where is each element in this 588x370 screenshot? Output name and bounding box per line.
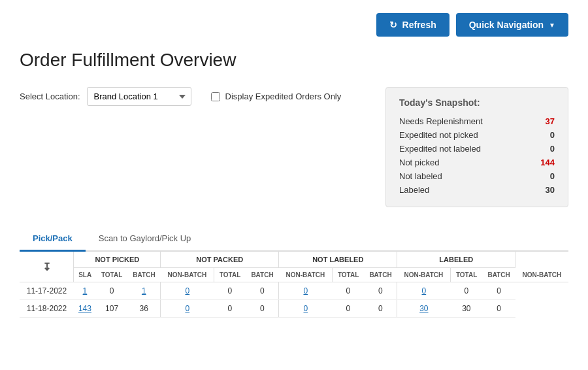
snapshot-row-value: 0 — [535, 144, 555, 154]
snapshot-row-label: Expedited not labeled — [399, 144, 481, 154]
download-icon[interactable]: ↧ — [42, 261, 51, 273]
snapshot-row-label: Not picked — [399, 158, 439, 167]
link-value[interactable]: 0 — [303, 286, 308, 295]
data-cell[interactable]: 1 — [127, 282, 161, 300]
col-nl-nonbatch: NON-BATCH — [397, 268, 451, 282]
data-cell: 0 — [332, 282, 364, 300]
snapshot-row: Expedited not picked0 — [399, 128, 555, 142]
sla-cell: 11-17-2022 — [20, 282, 74, 300]
expedited-checkbox[interactable] — [211, 92, 220, 101]
controls-area: Select Location: Brand Location 1Brand L… — [20, 87, 359, 106]
data-cell[interactable]: 0 — [279, 282, 333, 300]
snapshot-rows: Needs Replenishment37Expedited not picke… — [399, 114, 555, 197]
snapshot-box: Today's Snapshot: Needs Replenishment37E… — [385, 87, 568, 207]
location-label: Select Location: — [20, 92, 80, 101]
snapshot-row-value: 30 — [535, 185, 555, 195]
data-cell: 0 — [450, 282, 482, 300]
col-nl-batch: BATCH — [364, 268, 397, 282]
link-value[interactable]: 0 — [185, 304, 189, 313]
top-bar: ↻ Refresh Quick Navigation ▼ — [20, 13, 568, 37]
controls-snapshot-row: Select Location: Brand Location 1Brand L… — [20, 87, 568, 207]
page-title: Order Fulfillment Overview — [20, 50, 568, 71]
data-cell: 107 — [96, 300, 127, 318]
link-value[interactable]: 0 — [185, 286, 189, 295]
data-cell: 0 — [482, 282, 515, 300]
tab-pick-pack[interactable]: Pick/Pack — [20, 227, 86, 252]
snapshot-row: Expedited not labeled0 — [399, 142, 555, 156]
snapshot-row-value: 0 — [535, 130, 555, 140]
table-row: 11-18-20221431073600000030300 — [20, 300, 568, 318]
snapshot-row-label: Needs Replenishment — [399, 116, 483, 126]
col-nl-total: TOTAL — [332, 268, 364, 282]
data-cell: 0 — [214, 282, 246, 300]
link-value[interactable]: 0 — [422, 286, 427, 295]
snapshot-row-label: Expedited not picked — [399, 130, 478, 140]
col-np-nonbatch: NON-BATCH — [161, 268, 214, 282]
snapshot-row: Not picked144 — [399, 156, 555, 169]
data-cell: 0 — [332, 300, 364, 318]
col-l-nonbatch: NON-BATCH — [515, 268, 568, 282]
sla-cell: 11-18-2022 — [20, 300, 74, 318]
link-value[interactable]: 143 — [78, 304, 91, 313]
data-cell: 0 — [482, 300, 515, 318]
data-cell: 0 — [246, 300, 279, 318]
data-cell: 0 — [364, 282, 397, 300]
snapshot-row: Not labeled0 — [399, 169, 555, 183]
fulfillment-table: ↧ NOT PICKED NOT PACKED NOT LABELED LABE… — [20, 252, 568, 318]
snapshot-row-value: 37 — [535, 116, 555, 126]
snapshot-row: Labeled30 — [399, 183, 555, 197]
snapshot-row-label: Labeled — [399, 185, 429, 195]
data-cell[interactable]: 0 — [279, 300, 333, 318]
expedited-label: Display Expedited Orders Only — [225, 92, 342, 101]
table-row: 11-17-2022101000000000 — [20, 282, 568, 300]
snapshot-row-value: 144 — [535, 158, 555, 167]
refresh-icon: ↻ — [389, 20, 397, 30]
col-npk-batch: BATCH — [246, 268, 279, 282]
tabs-bar: Pick/Pack Scan to Gaylord/Pick Up — [20, 227, 568, 252]
data-cell: 36 — [127, 300, 161, 318]
data-cell[interactable]: 0 — [397, 282, 451, 300]
col-npk-nonbatch: NON-BATCH — [279, 268, 333, 282]
chevron-down-icon: ▼ — [549, 22, 555, 29]
table-body: 11-17-202210100000000011-18-202214310736… — [20, 282, 568, 318]
expedited-group: Display Expedited Orders Only — [211, 92, 342, 101]
link-value[interactable]: 30 — [419, 304, 428, 313]
snapshot-row: Needs Replenishment37 — [399, 114, 555, 128]
col-np-batch: BATCH — [127, 268, 161, 282]
snapshot-row-label: Not labeled — [399, 171, 442, 181]
location-group: Select Location: Brand Location 1Brand L… — [20, 87, 191, 106]
data-cell: 0 — [96, 282, 127, 300]
link-value[interactable]: 1 — [142, 286, 146, 295]
data-cell: 0 — [364, 300, 397, 318]
link-value[interactable]: 0 — [303, 304, 308, 313]
col-l-total: TOTAL — [450, 268, 482, 282]
refresh-label: Refresh — [402, 20, 436, 30]
col-np-total: TOTAL — [96, 268, 127, 282]
not-picked-header: NOT PICKED — [74, 252, 161, 268]
quicknav-button[interactable]: Quick Navigation ▼ — [456, 13, 568, 37]
not-packed-header: NOT PACKED — [161, 252, 279, 268]
quicknav-label: Quick Navigation — [469, 20, 544, 30]
refresh-button[interactable]: ↻ Refresh — [376, 13, 449, 37]
tab-scan-gaylord[interactable]: Scan to Gaylord/Pick Up — [86, 227, 204, 252]
data-cell: 0 — [214, 300, 246, 318]
col-sla: SLA — [74, 268, 96, 282]
not-labeled-header: NOT LABELED — [279, 252, 397, 268]
location-select[interactable]: Brand Location 1Brand Location 2Brand Lo… — [87, 87, 191, 106]
data-cell: 0 — [246, 282, 279, 300]
labeled-header: LABELED — [397, 252, 515, 268]
col-l-batch: BATCH — [482, 268, 515, 282]
data-cell: 30 — [450, 300, 482, 318]
table-wrapper: ↧ NOT PICKED NOT PACKED NOT LABELED LABE… — [20, 252, 568, 318]
data-cell[interactable]: 1 — [74, 282, 96, 300]
snapshot-row-value: 0 — [535, 171, 555, 181]
link-value[interactable]: 1 — [83, 286, 88, 295]
col-npk-total: TOTAL — [214, 268, 246, 282]
data-cell[interactable]: 30 — [397, 300, 451, 318]
download-header[interactable]: ↧ — [20, 252, 74, 282]
page-container: ↻ Refresh Quick Navigation ▼ Order Fulfi… — [0, 0, 588, 331]
snapshot-title: Today's Snapshot: — [399, 97, 555, 108]
data-cell[interactable]: 143 — [74, 300, 96, 318]
data-cell[interactable]: 0 — [161, 300, 214, 318]
data-cell[interactable]: 0 — [161, 282, 214, 300]
